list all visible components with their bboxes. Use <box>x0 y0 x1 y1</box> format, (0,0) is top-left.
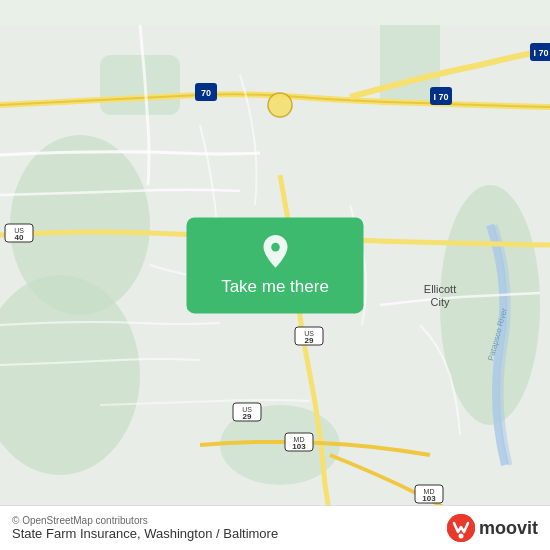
svg-text:40: 40 <box>15 233 24 242</box>
svg-rect-6 <box>100 55 180 115</box>
map-attribution: © OpenStreetMap contributors <box>12 515 278 526</box>
svg-text:City: City <box>431 296 450 308</box>
location-label: State Farm Insurance, Washington / Balti… <box>12 526 278 541</box>
button-label: Take me there <box>221 277 329 297</box>
svg-text:Ellicott: Ellicott <box>424 283 456 295</box>
svg-text:29: 29 <box>305 336 314 345</box>
map-container: 70 I 70 I 70 US 40 US 40 US 29 US 29 MD … <box>0 0 550 550</box>
bottom-left: © OpenStreetMap contributors State Farm … <box>12 515 278 541</box>
svg-text:29: 29 <box>243 412 252 421</box>
take-me-there-button[interactable]: Take me there <box>187 217 364 313</box>
svg-text:103: 103 <box>292 442 306 451</box>
svg-text:70: 70 <box>201 88 211 98</box>
location-pin-icon <box>257 233 293 269</box>
bottom-bar: © OpenStreetMap contributors State Farm … <box>0 505 550 550</box>
svg-point-3 <box>440 185 540 425</box>
svg-point-34 <box>268 93 292 117</box>
moovit-icon-svg <box>447 514 475 542</box>
svg-text:I 70: I 70 <box>533 48 548 58</box>
moovit-text: moovit <box>479 518 538 539</box>
svg-point-38 <box>458 534 463 539</box>
svg-text:I 70: I 70 <box>433 92 448 102</box>
moovit-m-icon <box>447 514 475 542</box>
svg-text:103: 103 <box>422 494 436 503</box>
moovit-logo: moovit <box>447 514 538 542</box>
svg-point-36 <box>271 243 280 252</box>
